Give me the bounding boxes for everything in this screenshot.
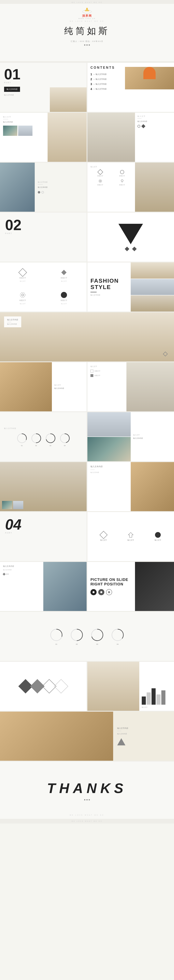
text-panel: 输入文字 输入文本内容 (0, 113, 47, 162)
bg-scene (0, 462, 87, 511)
full-circle-svg-4 (111, 628, 125, 642)
inner-circle-3 (108, 591, 110, 593)
square-icon (90, 374, 93, 377)
slide-input-text: 输入文本内容 输入文字内容 (87, 462, 174, 511)
item-dot (94, 74, 94, 75)
body-text: 输入文本内容 (38, 186, 84, 189)
text-body-3: 输入文本内容 (54, 387, 84, 390)
col-item-2: 输入文字 (119, 532, 143, 541)
dot-3 (89, 45, 90, 46)
item-text: 输入文字内容 (96, 78, 107, 81)
decorative-icon (163, 352, 168, 356)
svg-point-7 (99, 180, 102, 183)
thanks-tagline: WE LOVE WHAT WE DO (70, 814, 104, 816)
reporter-info: 汇报人：XXX 职位：XX年XX月 (71, 40, 103, 43)
row-content-images: 输入文字 输入文本内容 输入文 (0, 113, 174, 162)
fashion-divider (90, 292, 96, 292)
img-picture-right (135, 562, 174, 611)
col-text-3: 输入文字 (155, 539, 161, 541)
img-large-left (0, 362, 52, 411)
svg-marker-24 (128, 533, 133, 537)
slide-text-images-left: 输入文字 输入文本内容 (0, 113, 87, 162)
fashion-images (131, 262, 174, 312)
icon-row-2: 标题文字 (90, 374, 123, 377)
input-text-panel: 输入文本内容 输入文字内容 (87, 462, 131, 511)
tagline-cover: WE LOVE WHAT WE DO (70, 21, 104, 22)
item-num: 4 (90, 88, 92, 91)
slide-img-barchart: 输入文字 (87, 662, 174, 711)
section-num-02: 02 (5, 218, 81, 232)
slide-icons-text-3: 输入文字 标题文字 标题文字 (87, 362, 174, 411)
circle-progress-4: 04 (59, 433, 70, 446)
img-stack-2 (87, 437, 131, 461)
thanks-dots (84, 799, 90, 800)
icons-text-panel: 输入文字 标题文字 标题文字 (87, 162, 135, 212)
fashion-text-panel: FASHION STYLE 输入文字内容 (87, 262, 131, 312)
icon-indicators-4: 标题 (3, 573, 40, 575)
barchart-panel: 输入文字 (139, 662, 174, 711)
circle-svg-3 (45, 433, 56, 444)
diamond-outline (97, 169, 103, 175)
text-panel-right: 输入文字 输入文本内容 (135, 113, 174, 162)
thanks-dot-3 (89, 799, 90, 800)
overlay-text-box: 输入文字内容 输入文本内容 (4, 317, 21, 327)
svg-point-8 (121, 180, 123, 181)
logo-area: 演界网 WWW.YANJ.CN (78, 8, 96, 19)
tagline-top: WE LOVE WHAT WE DO (71, 2, 102, 3)
brand-url: WWW.YANJ.CN (78, 18, 96, 19)
svg-point-11 (22, 294, 24, 296)
circle-label-3: 03 (50, 445, 51, 446)
full-circle-2: 02 (70, 628, 84, 645)
inner-circle-2 (100, 591, 102, 593)
circle-outline-1 (106, 589, 112, 595)
text-right-small: 输入文字 输入文本内容 (52, 362, 87, 411)
thanks-brand: WE LOVE WHAT WE DO (0, 814, 174, 816)
slide-full-interior: 输入文字内容 输入文本内容 (0, 312, 174, 361)
item-num: 2 (90, 78, 92, 81)
inner-circle-1 (93, 591, 95, 593)
thanks-dot-1 (84, 799, 85, 800)
section-num-04: 04 (5, 517, 81, 532)
text-4-body: 输入文字内容 (3, 569, 40, 571)
slide-thanks: THANKS WE LOVE WHAT WE DO (0, 762, 174, 819)
circles-panel: 输入文字内容 01 (0, 412, 87, 461)
text-box-black: 输入文本内容 (4, 87, 20, 92)
row-section02: 02 PART (0, 213, 174, 262)
icon-cell-label-4: 标题文字 (61, 299, 67, 302)
dot-1 (84, 45, 85, 46)
img-interior-small (50, 88, 87, 112)
bar-1 (142, 697, 146, 705)
svg-point-12 (20, 293, 25, 298)
full-circle-label-2: 02 (76, 643, 78, 645)
img-fashion-2 (131, 279, 174, 295)
img-right-3 (127, 362, 174, 411)
overlay-img-1 (2, 501, 12, 509)
text-content: 输入文本内容 (138, 120, 172, 123)
item-dot (94, 79, 94, 80)
tagline-bottom: WE LOVE WHAT WE DO (71, 821, 102, 822)
input-text-label: 输入文本内容 (90, 465, 128, 468)
col-circle-3 (155, 532, 161, 538)
overlay-text: 输入文本内容 (7, 323, 18, 325)
circle-dark-1 (90, 589, 96, 595)
bar-2 (147, 692, 151, 705)
dot-2 (86, 45, 88, 46)
icon-4-grid: 标题文字 输入文字 标题文字 输入文字 标题文字 输入文字 (0, 262, 87, 312)
row-content-2: 输入文字内容 输入文本内容 输入文字 标 (0, 162, 174, 212)
full-living-content: 输入文字内容 输入文本内容 (0, 712, 174, 761)
gear-icon (98, 179, 102, 183)
full-circle-label-1: 01 (55, 643, 57, 645)
svg-point-2 (86, 8, 88, 10)
col-text-1: 输入文字 (100, 539, 107, 541)
col-item-1: 输入文字 (92, 532, 115, 541)
slide-icons-image: 输入文字 标题文字 标题文字 (87, 162, 174, 212)
text-stack-right: 输入文字 输入文本内容 (131, 412, 174, 461)
img-input-right (131, 462, 174, 511)
lightbulb-icon (120, 179, 124, 183)
circles-row: 01 02 (4, 433, 82, 446)
row-rhombuses: 输入文字 (0, 662, 174, 711)
row-imgs-heavy: 输入文本内容 输入文字内容 (0, 462, 174, 511)
circle-label-4: 04 (64, 445, 66, 446)
bar-3 (152, 688, 156, 705)
divider (38, 184, 43, 185)
